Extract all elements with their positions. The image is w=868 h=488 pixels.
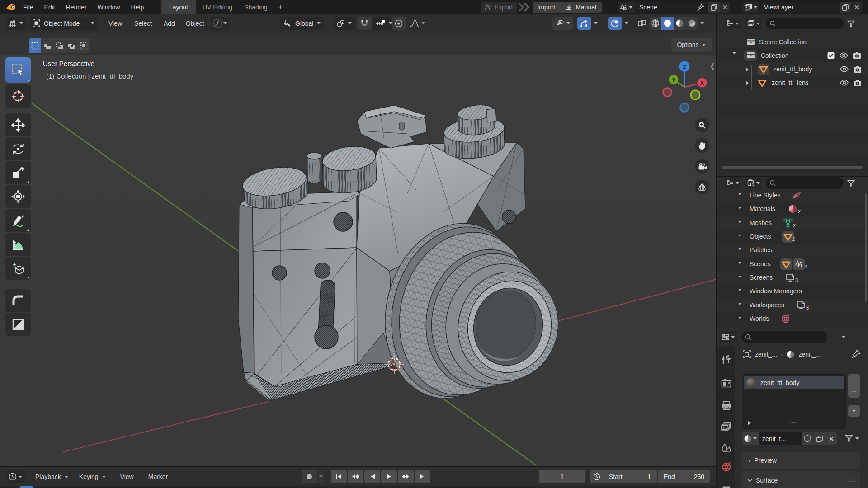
svg-text:Y: Y <box>672 77 675 83</box>
svg-text:Z: Z <box>683 64 686 70</box>
svg-text:X: X <box>700 80 704 86</box>
